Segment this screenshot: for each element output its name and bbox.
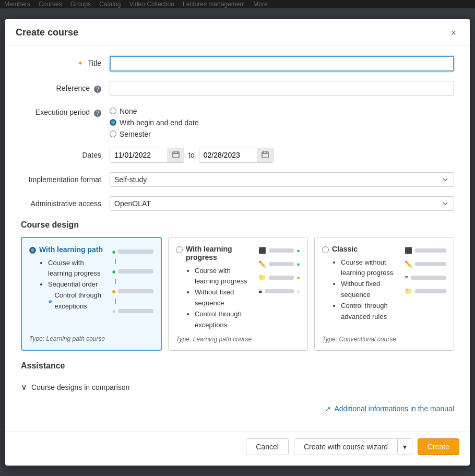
preview-classic-pencil: ✏️ [405,260,412,268]
modal-header: Create course × [5,19,470,45]
card-title-learning-progress: With learning progress [186,245,253,261]
preview-classic-folder: 📁 [405,288,412,295]
assistance-section: Assistance ∨ Course designs in compariso… [21,361,454,396]
title-label: ✦ Title [21,56,110,67]
preview-dot-green-1: ● [112,247,116,256]
preview-classic-bar-3 [411,276,446,280]
svg-rect-4 [262,152,268,158]
bullet-icon-lp: ● [48,295,52,307]
implementation-format-row: Implementation format Self-study Instruc… [21,172,454,187]
wizard-dropdown-button[interactable]: ▾ [398,439,412,455]
execution-period-row: Execution period ? None With begin and e… [21,105,454,138]
modal-body: ✦ Title Reference ? Execution period ? [5,45,470,432]
additional-info-section: ↗ Additional informations in the manual [21,404,454,413]
card-title-classic: Classic [332,245,358,253]
card-content-classic: Classic Course without learning progress… [322,245,446,331]
preview-bar-3 [118,289,153,293]
card-type-classic: Type: Conventional course [322,336,446,343]
preview-connector-2 [115,279,116,284]
dates-group: to [110,148,454,163]
date-from-calendar-button[interactable] [168,148,184,162]
svg-rect-0 [173,152,179,158]
additional-info-link[interactable]: ↗ Additional informations in the manual [325,404,454,413]
card-preview-learning-path: ● ● ● [112,245,153,330]
card-bullets-learning-path: Course with learning progress Sequential… [40,258,106,312]
create-with-wizard-button[interactable]: Create with course wizard [294,439,397,455]
card-title-learning-path: With learning path [39,245,103,254]
preview-lp-bar-1 [269,248,294,253]
preview-lp-check-2: ● [296,261,300,267]
reference-row: Reference ? [21,81,454,96]
wizard-button-group: Create with course wizard ▾ [294,438,412,455]
design-card-learning-progress[interactable]: With learning progress Course with learn… [168,237,308,351]
comparison-label: Course designs in comparison [31,383,129,391]
card-bullets-classic: Course without learning progress Without… [332,257,399,323]
administrative-access-row: Administrative access OpenOLAT All users… [21,196,454,211]
preview-bar-4 [118,309,153,313]
create-button[interactable]: Create [418,438,459,455]
preview-classic-bar-2 [415,262,446,266]
execution-period-help-icon[interactable]: ? [94,110,101,117]
radio-begin-end[interactable]: With begin and end date [110,118,454,127]
assistance-heading: Assistance [21,361,454,371]
reference-field-wrap [110,81,454,96]
external-link-icon: ↗ [325,405,331,413]
title-input[interactable] [110,56,454,72]
preview-lp-bar-2 [269,262,294,266]
preview-connector-3 [115,299,116,304]
radio-semester[interactable]: Semester [110,130,454,138]
card-type-learning-path: Type: Learning path course [29,335,153,342]
design-radio-learning-path[interactable] [29,247,36,254]
implementation-format-wrap: Self-study Instructor-led Blended [110,172,454,187]
administrative-access-select[interactable]: OpenOLAT All users Guest [110,196,454,211]
preview-lp-bar-4 [265,289,294,293]
preview-cube-icon-1: ⬛ [258,247,266,254]
date-to-calendar-button[interactable] [257,148,273,162]
card-text-learning-path: With learning path Course with learning … [29,245,106,330]
modal-title: Create course [16,27,78,38]
preview-lp-bar-3 [269,276,294,280]
design-cards-container: With learning path Course with learning … [21,237,454,351]
dates-field-wrap: to [110,148,454,163]
cancel-button[interactable]: Cancel [246,438,289,455]
create-course-modal: Create course × ✦ Title Reference ? [5,19,470,466]
preview-lp-dot-4: ○ [296,288,300,294]
title-field-wrap [110,56,454,72]
date-from-input[interactable] [110,148,168,162]
preview-pencil-icon: ✏️ [258,260,266,268]
reference-label: Reference ? [21,81,110,93]
title-row: ✦ Title [21,56,454,72]
card-content-learning-progress: With learning progress Course with learn… [176,245,300,331]
comparison-collapse-row[interactable]: ∨ Course designs in comparison [21,378,454,396]
implementation-format-label: Implementation format [21,172,110,184]
radio-group-execution: None With begin and end date Semester [110,105,454,138]
date-to-wrap [199,148,274,163]
required-star: ✦ [77,59,84,67]
preview-classic-cube: ⬛ [405,247,412,254]
preview-lines-icon: ≡ [258,288,262,295]
design-radio-learning-progress[interactable] [176,246,183,253]
card-content-learning-path: With learning path Course with learning … [29,245,153,330]
modal-close-button[interactable]: × [447,27,459,39]
card-text-classic: Classic Course without learning progress… [322,245,399,331]
administrative-access-label: Administrative access [21,196,110,208]
card-preview-learning-progress: ⬛ ● ✏️ ● 📁 [258,245,300,331]
design-card-learning-path[interactable]: With learning path Course with learning … [21,237,162,351]
reference-help-icon[interactable]: ? [94,86,101,93]
reference-input[interactable] [110,81,454,96]
implementation-format-select[interactable]: Self-study Instructor-led Blended [110,172,454,187]
preview-classic-bar-1 [415,248,446,253]
preview-lp-dot-3: ● [296,275,300,281]
preview-dot-green-2: ● [112,267,116,276]
course-design-section: Course design With learning path Course … [21,220,454,351]
date-separator: to [188,151,195,159]
preview-folder-icon: 📁 [258,274,266,281]
radio-none[interactable]: None [110,107,454,115]
preview-connector-1 [115,259,116,264]
design-card-classic[interactable]: Classic Course without learning progress… [314,237,454,351]
course-design-heading: Course design [21,220,454,230]
card-type-learning-progress: Type: Learning path course [176,336,300,343]
execution-period-options: None With begin and end date Semester [110,105,454,138]
date-to-input[interactable] [199,148,257,162]
design-radio-classic[interactable] [322,246,329,253]
